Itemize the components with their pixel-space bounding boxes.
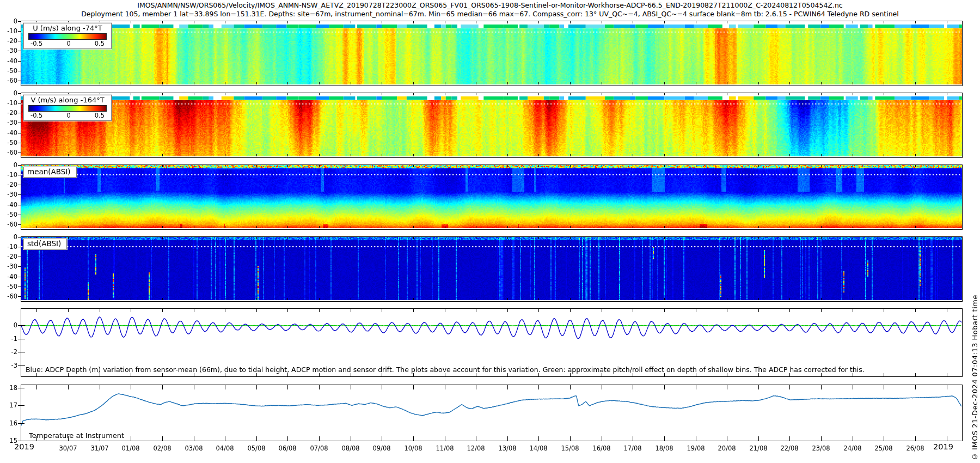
v-velocity-panel: V (m/s) along -164°T -0.5 0 0.5 [21,93,963,158]
v-colorbar-gradient [28,105,107,112]
y-tick-label-std: -10 [0,243,17,251]
x-axis-year-right: 2019 [933,442,953,451]
std-absi-label: std(ABSI) [23,239,67,249]
depth-annotation: Blue: ADCP Depth (m) variation from sens… [26,365,865,374]
y-tick-label-depth: -2 [0,348,17,356]
y-tick-label-u: -20 [0,37,17,45]
mean-absi-heatmap-canvas [21,165,962,228]
y-tick-label-std: -20 [0,253,17,260]
y-tick-label-std: 0 [0,233,17,241]
std-absi-panel: std(ABSI) [21,236,963,302]
v-colorbar-ticks: -0.5 0 0.5 [24,112,111,120]
y-tick-label-v: -50 [0,139,17,147]
u-colorbar-tick-mid: 0 [66,40,70,47]
y-tick-label-temp: 16 [0,419,17,427]
y-tick-label-u: -30 [0,47,17,54]
x-tick-label: 31/07 [84,444,115,452]
y-tick-label-u: 0 [0,17,17,25]
x-tick-label: 15/08 [555,444,585,452]
x-axis-year-left: 2019 [14,442,34,451]
x-tick-label: 11/08 [430,444,460,452]
depth-variation-panel: Blue: ADCP Depth (m) variation from sens… [21,308,963,377]
x-tick-label: 06/08 [272,444,303,452]
u-legend-title: U (m/s) along -74°T [24,23,111,33]
figure-title-filename: IMOS/ANMN/NSW/ORS065/Velocity/IMOS_ANMN-… [0,1,980,10]
x-tick-label: 01/08 [115,444,146,452]
y-tick-label-u: -60 [0,77,17,84]
x-tick-label: 20/08 [712,444,742,452]
v-colorbar-legend: V (m/s) along -164°T -0.5 0 0.5 [23,95,112,121]
x-tick-label: 03/08 [179,444,209,452]
x-tick-label: 10/08 [398,444,428,452]
y-tick-label-mean: -50 [0,211,17,218]
u-colorbar-legend: U (m/s) along -74°T -0.5 0 0.5 [23,23,112,49]
x-tick-label: 02/08 [147,444,177,452]
y-tick-label-std: -40 [0,273,17,281]
v-colorbar-tick-min: -0.5 [30,112,42,119]
mean-absi-label: mean(ABSI) [23,167,77,178]
y-tick-label-depth: 0 [0,321,17,329]
u-velocity-panel: U (m/s) along -74°T -0.5 0 0.5 [21,21,963,86]
x-tick-label: 16/08 [586,444,617,452]
y-tick-label-v: -40 [0,129,17,137]
v-colorbar-tick-max: 0.5 [95,112,105,119]
y-tick-label-depth: -1 [0,335,17,343]
x-tick-label: 23/08 [806,444,836,452]
x-tick-label: 08/08 [335,444,366,452]
y-tick-label-mean: -10 [0,171,17,179]
x-tick-label: 04/08 [210,444,240,452]
u-colorbar-tick-max: 0.5 [95,40,105,47]
x-tick-label: 14/08 [523,444,554,452]
imos-watermark: © IMOS 21-Dec-2024 07:04:13 Hobart time [971,295,979,461]
x-tick-label: 09/08 [366,444,397,452]
x-tick-label: 18/08 [649,444,679,452]
x-tick-label: 21/08 [743,444,774,452]
x-tick-label: 05/08 [241,444,272,452]
x-tick-label: 17/08 [617,444,648,452]
x-tick-label: 30/07 [53,444,83,452]
x-tick-label: 22/08 [774,444,805,452]
title-block: IMOS/ANMN/NSW/ORS065/Velocity/IMOS_ANMN-… [0,1,980,19]
v-colorbar-tick-mid: 0 [66,112,70,119]
y-tick-label-temp: 18 [0,384,17,392]
y-tick-label-v: -30 [0,119,17,126]
mean-absi-panel: mean(ABSI) [21,165,963,230]
y-tick-label-v: -10 [0,99,17,107]
x-tick-label: 25/08 [868,444,899,452]
y-tick-label-u: -40 [0,57,17,65]
y-tick-label-mean: -60 [0,221,17,228]
y-tick-label-v: -60 [0,149,17,156]
y-tick-label-mean: -40 [0,201,17,209]
temperature-line-canvas [21,385,962,441]
y-tick-label-u: -10 [0,27,17,35]
v-legend-title: V (m/s) along -164°T [24,95,111,105]
adcp-summary-figure: IMOS/ANMN/NSW/ORS065/Velocity/IMOS_ANMN-… [0,0,980,463]
y-tick-label-v: 0 [0,89,17,97]
x-tick-label: 13/08 [492,444,523,452]
x-tick-label: 26/08 [900,444,930,452]
y-tick-label-std: -50 [0,283,17,290]
u-colorbar-gradient [28,33,107,40]
u-colorbar-tick-min: -0.5 [30,40,42,47]
temperature-label: Temperature at Instrument [29,431,124,440]
temperature-panel: Temperature at Instrument [21,385,963,441]
x-tick-label: 24/08 [837,444,868,452]
x-tick-label: 07/08 [304,444,334,452]
u-velocity-heatmap-canvas [21,21,962,84]
x-tick-label: 19/08 [681,444,711,452]
v-velocity-heatmap-canvas [21,93,962,156]
x-tick-label: 12/08 [461,444,491,452]
y-tick-label-std: -30 [0,263,17,270]
y-tick-label-std: -60 [0,293,17,300]
u-colorbar-ticks: -0.5 0 0.5 [24,40,111,48]
y-tick-label-v: -20 [0,109,17,117]
y-tick-label-depth: -3 [0,362,17,369]
y-tick-label-mean: -30 [0,191,17,198]
std-absi-heatmap-canvas [21,237,962,300]
figure-title-deployment-info: Deployment 105, member 1 lat=33.89S lon=… [0,10,980,19]
y-tick-label-mean: -20 [0,181,17,188]
y-tick-label-u: -50 [0,67,17,75]
y-tick-label-temp: 17 [0,401,17,409]
y-tick-label-mean: 0 [0,161,17,169]
